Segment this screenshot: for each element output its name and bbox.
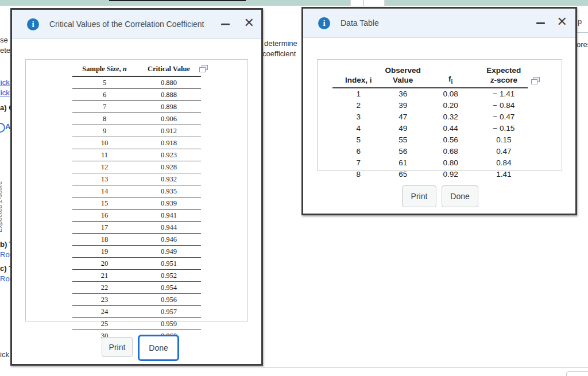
dialog-title: Critical Values of the Correlation Coeff… [49, 20, 204, 29]
close-icon[interactable]: ✕ [244, 15, 254, 30]
table-row: 6 0.888 [72, 89, 201, 101]
info-icon: i [318, 17, 330, 29]
table-row: 18 0.946 [72, 234, 201, 246]
critical-value-cell: 0.935 [137, 185, 201, 197]
observed-value-cell: 65 [385, 169, 421, 180]
fi-cell: 0.20 [421, 100, 480, 111]
copy-icon[interactable] [531, 77, 540, 84]
info-icon: i [27, 18, 39, 30]
expected-z-score-cell: − 0.84 [480, 100, 528, 111]
table-row: 19 0.949 [72, 246, 201, 258]
bg-link-2[interactable]: lick [0, 88, 10, 97]
critical-value-cell: 0.959 [137, 318, 201, 330]
critical-value-cell: 0.944 [137, 222, 201, 234]
done-button[interactable]: Done [138, 335, 179, 361]
sample-size-cell: 25 [72, 318, 137, 330]
critical-value-cell: 0.906 [137, 113, 201, 125]
col-header-index: Index, i [332, 65, 385, 88]
data-table-dialog: i Data Table ✕ Index, i Observed Value f… [301, 7, 577, 215]
fi-cell: 0.68 [421, 146, 480, 157]
bg-link-1[interactable]: lick [0, 78, 10, 87]
table-row: 7 61 0.80 0.84 [332, 157, 528, 169]
sample-size-cell: 9 [72, 125, 137, 137]
table-header-row: Sample Size, n Critical Value [72, 64, 201, 76]
top-bar-divider [109, 0, 246, 1]
index-cell: 4 [332, 123, 385, 134]
sample-size-cell: 18 [72, 234, 137, 246]
table-header-row: Index, i Observed Value fi Expected z-sc… [332, 65, 528, 88]
critical-value-cell: 0.954 [137, 282, 201, 294]
copy-icon-front [531, 79, 537, 84]
observed-value-cell: 55 [385, 134, 421, 146]
sample-size-cell: 13 [72, 173, 137, 185]
index-cell: 6 [332, 146, 385, 157]
sample-size-cell: 19 [72, 246, 137, 258]
table-row: 2 39 0.20 − 0.84 [332, 100, 528, 111]
critical-values-table: Sample Size, n Critical Value 5 0.880 6 … [72, 64, 201, 342]
table-row: 7 0.898 [72, 101, 201, 113]
table-row: 12 0.928 [72, 161, 201, 173]
col-header-observed-value: Observed Value [385, 65, 421, 88]
dialog-title: Data Table [341, 18, 379, 28]
table-row: 5 0.880 [72, 76, 201, 89]
sample-size-cell: 17 [72, 222, 137, 234]
screen: se ete lick lick a) C A Expected z-score… [0, 0, 588, 376]
index-cell: 8 [332, 169, 385, 180]
critical-value-cell: 0.928 [137, 161, 201, 173]
print-button[interactable]: Print [402, 185, 436, 207]
fi-cell: 0.92 [421, 169, 480, 180]
index-cell: 3 [332, 111, 385, 123]
table-row: 15 0.939 [72, 197, 201, 210]
bg-text-ick: ick [0, 350, 9, 359]
critical-value-cell: 0.923 [137, 149, 201, 161]
critical-value-cell: 0.956 [137, 294, 201, 306]
fi-cell: 0.08 [421, 88, 480, 100]
critical-value-cell: 0.888 [137, 89, 201, 101]
critical-value-cell: 0.952 [137, 270, 201, 282]
minimize-icon[interactable] [221, 20, 230, 29]
sample-size-cell: 6 [72, 89, 137, 101]
critical-value-cell: 0.898 [137, 101, 201, 113]
dialog-header: i Critical Values of the Correlation Coe… [12, 10, 261, 39]
top-tab-left [350, 0, 363, 6]
done-button[interactable]: Done [442, 185, 478, 207]
table-row: 23 0.956 [72, 294, 201, 306]
minimize-icon[interactable] [536, 18, 546, 28]
index-cell: 2 [332, 100, 385, 111]
index-cell: 5 [332, 134, 385, 146]
table-row: 22 0.954 [72, 282, 201, 294]
close-icon[interactable]: ✕ [557, 14, 567, 29]
radio-button[interactable] [0, 123, 5, 133]
table-row: 6 56 0.68 0.47 [332, 146, 528, 157]
bg-text-p: p [578, 17, 582, 26]
sample-size-cell: 20 [72, 258, 137, 270]
expected-z-score-cell: 0.15 [480, 134, 528, 146]
sample-size-cell: 23 [72, 294, 137, 306]
observed-value-cell: 61 [385, 157, 421, 169]
index-cell: 1 [332, 88, 385, 100]
sample-size-cell: 7 [72, 101, 137, 113]
sample-size-cell: 21 [72, 270, 137, 282]
table-row: 9 0.912 [72, 125, 201, 137]
table-row: 5 55 0.56 0.15 [332, 134, 528, 146]
copy-icon[interactable] [199, 65, 208, 72]
critical-values-panel: Sample Size, n Critical Value 5 0.880 6 … [25, 59, 248, 321]
expected-z-score-cell: 0.84 [480, 157, 528, 169]
print-button[interactable]: Print [102, 337, 133, 357]
critical-value-cell: 0.946 [137, 234, 201, 246]
top-tab-right [363, 0, 385, 6]
table-row: 8 65 0.92 1.41 [332, 169, 528, 180]
dialog-header: i Data Table ✕ [303, 9, 575, 38]
sample-size-cell: 14 [72, 185, 137, 197]
critical-value-cell: 0.957 [137, 306, 201, 318]
fi-cell: 0.80 [421, 157, 480, 169]
bg-answer-box-corner [566, 371, 588, 376]
index-cell: 7 [332, 157, 385, 169]
table-row: 8 0.906 [72, 113, 201, 125]
observed-value-cell: 49 [385, 123, 421, 134]
col-header-sample-size: Sample Size, n [72, 64, 137, 76]
critical-value-cell: 0.912 [137, 125, 201, 137]
col-header-fi: fi [421, 65, 480, 88]
sample-size-cell: 5 [72, 76, 137, 89]
table-row: 3 47 0.32 − 0.47 [332, 111, 528, 123]
